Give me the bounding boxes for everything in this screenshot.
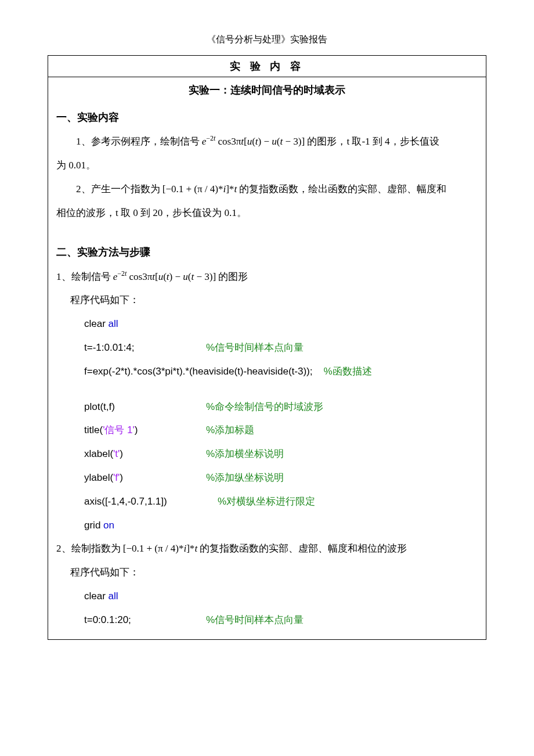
experiment-title: 实验一：连续时间信号的时域表示 <box>48 77 486 102</box>
code-line: xlabel('t') %添加横坐标说明 <box>84 442 478 466</box>
text: 2、产生一个指数为 <box>76 183 160 195</box>
code-line: clear all <box>84 312 478 336</box>
code-line: axis([-1,4,-0.7,1.1]) %对横纵坐标进行限定 <box>84 490 478 514</box>
formula: e−2t cos3πt[u(t) − u(t − 3)] <box>113 271 216 282</box>
code-intro-2: 程序代码如下： <box>56 561 478 585</box>
s2-p1: 1、绘制信号 e−2t cos3πt[u(t) − u(t − 3)] 的图形 <box>56 265 478 289</box>
s1-item1-line1: 1、参考示例程序，绘制信号 e−2t cos3πt[u(t) − u(t − 3… <box>56 130 478 154</box>
code-line: plot(t,f) %命令绘制信号的时域波形 <box>84 395 478 419</box>
doc-header: 《信号分析与处理》实验报告 <box>48 34 486 46</box>
section-1-heading: 一、实验内容 <box>56 105 478 130</box>
code-block-1: clear all t=-1:0.01:4; %信号时间样本点向量 f=exp(… <box>56 312 478 537</box>
code-block-2: clear all t=0:0.1:20; %信号时间样本点向量 <box>56 585 478 632</box>
text: 2、绘制指数为 <box>56 543 121 554</box>
code-line: t=-1:0.01:4; %信号时间样本点向量 <box>84 336 478 360</box>
formula: [−0.1 + (π / 4)*i]*t <box>123 543 197 554</box>
code-line: grid on <box>84 514 478 538</box>
box-title: 实 验 内 容 <box>48 56 486 77</box>
s1-item2-line1: 2、产生一个指数为 [−0.1 + (π / 4)*i]*t 的复指数函数，绘出… <box>56 178 478 201</box>
formula: [−0.1 + (π / 4)*i]*t <box>163 183 237 195</box>
code-line: t=0:0.1:20; %信号时间样本点向量 <box>84 609 478 632</box>
text: 的图形 <box>218 271 248 282</box>
code-line: f=exp(-2*t).*cos(3*pi*t).*(heaviside(t)-… <box>84 360 478 384</box>
content-box: 实 验 内 容 实验一：连续时间信号的时域表示 一、实验内容 1、参考示例程序，… <box>48 55 486 640</box>
code-intro-1: 程序代码如下： <box>56 289 478 312</box>
text: 的复指数函数，绘出函数的实部、虚部、幅度和 <box>239 183 446 195</box>
code-line: ylabel('f') %添加纵坐标说明 <box>84 466 478 490</box>
formula: e−2t cos3πt[u(t) − u(t − 3)] <box>202 136 305 147</box>
text: 1、绘制信号 <box>56 271 111 282</box>
content-body: 一、实验内容 1、参考示例程序，绘制信号 e−2t cos3πt[u(t) − … <box>48 105 486 639</box>
code-line: clear all <box>84 585 478 609</box>
text: 的复指数函数的实部、虚部、幅度和相位的波形 <box>200 543 407 554</box>
s2-p2: 2、绘制指数为 [−0.1 + (π / 4)*i]*t 的复指数函数的实部、虚… <box>56 537 478 561</box>
section-2-heading: 二、实验方法与步骤 <box>56 240 478 265</box>
s1-item2-line2: 相位的波形，t 取 0 到 20，步长值设为 0.1。 <box>56 201 478 225</box>
text: 1、参考示例程序，绘制信号 <box>76 136 200 147</box>
text: 的图形，t 取-1 到 4，步长值设 <box>307 136 439 147</box>
code-line: title('信号 1') %添加标题 <box>84 419 478 442</box>
s1-item1-line2: 为 0.01。 <box>56 154 478 178</box>
